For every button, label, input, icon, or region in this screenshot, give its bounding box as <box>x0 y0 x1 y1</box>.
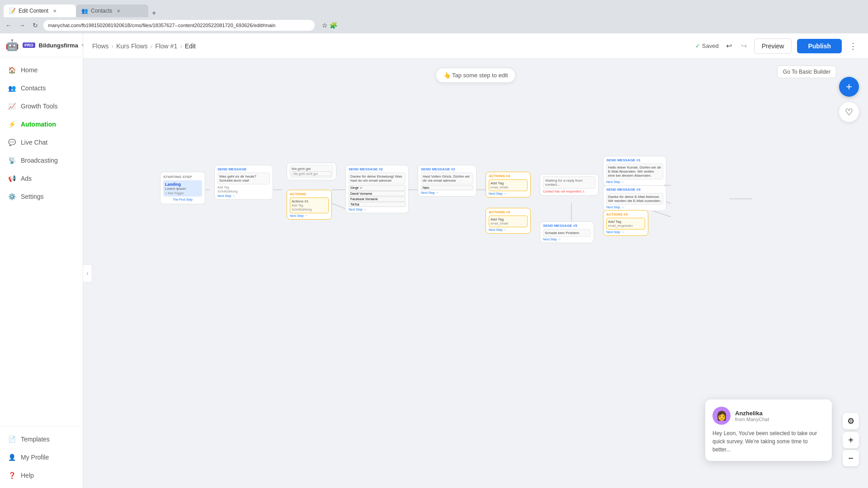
node-actions-2[interactable]: Actions #2 Add Tag email_inhale Next Ste… <box>486 172 531 197</box>
breadcrumb-kurs-flows[interactable]: Kurs Flows <box>116 42 147 50</box>
zoom-out-button[interactable]: − <box>843 450 859 466</box>
sidebar-item-home[interactable]: 🏠 Home <box>0 61 83 79</box>
sidebar-toggle[interactable]: › <box>83 264 92 282</box>
extensions-icon[interactable]: 🧩 <box>330 22 337 29</box>
contacts-icon: 👥 <box>7 84 16 93</box>
tab-close-btn2[interactable]: ✕ <box>117 9 120 14</box>
tab-label: Edit Content <box>19 8 48 14</box>
node-send-message-2[interactable]: Send Message #2 Danke für deine Einladun… <box>345 165 409 213</box>
node-a2-body: Add Tag email_inhale <box>489 179 528 191</box>
add-step-fab[interactable]: + <box>839 77 859 97</box>
node-sm5-header: Send Message #4 <box>606 188 663 192</box>
sidebar-item-templates[interactable]: 📄 Templates <box>0 430 83 448</box>
forward-button[interactable]: → <box>17 21 27 30</box>
node-a4-header: Actions #4 <box>606 212 645 216</box>
sidebar-item-automation[interactable]: ⚡ Automation <box>0 115 83 133</box>
pro-badge: PRO <box>23 42 35 48</box>
tab-contacts[interactable]: 👥 Contacts ✕ <box>76 5 148 17</box>
sidebar-item-broadcasting[interactable]: 📡 Broadcasting <box>0 151 83 169</box>
publish-button[interactable]: Publish <box>797 39 842 53</box>
refresh-button[interactable]: ↻ <box>31 21 40 30</box>
node-a4-footer: Next Step → <box>606 230 645 234</box>
node-a2-footer: Next Step → <box>489 192 528 195</box>
node-send-message-4[interactable]: Send Message #1 Hallo lieber Kunde, Dürf… <box>603 156 666 186</box>
saved-label: Saved <box>702 42 719 49</box>
node-reply-options[interactable]: Ma geht gat Ma geht nicht gut <box>287 163 336 180</box>
node-sm2-footer: Next Step → <box>349 208 406 211</box>
node-add-trigger[interactable]: + Add Trigger <box>165 192 200 195</box>
tap-hint-text: 👆 Tap some step to edit <box>443 72 508 79</box>
node-sm2-body: Danke für deine Einladung! Was hast du e… <box>349 173 406 184</box>
automation-icon: ⚡ <box>7 120 16 129</box>
go-basic-builder-button[interactable]: Go To Basic Builder <box>777 66 836 78</box>
app-container: 🤖 PRO Bildungsfirma ▾ 🏠 Home 👥 Contacts … <box>0 33 868 488</box>
new-tab-button[interactable]: + <box>148 9 160 17</box>
node-actions-1[interactable]: Actions Actions #1 Add TagSchrittzählung… <box>287 190 332 220</box>
node-sm2-header: Send Message #2 <box>349 167 406 171</box>
breadcrumb: Flows › Kurs Flows › Flow #1 › Edit <box>92 42 196 50</box>
node-send-message-3[interactable]: Send Message #2 Hast Vollen Glück, Dürfe… <box>418 165 476 197</box>
node-actions-3[interactable]: Actions #3 Add Tag email_inhale Next Ste… <box>486 208 531 234</box>
sidebar-item-home-label: Home <box>21 66 38 74</box>
node-waiting-footer: Contact has not responded ⚠ <box>543 190 595 193</box>
tab-label2: Contacts <box>91 8 112 14</box>
sidebar-item-live-chat[interactable]: 💬 Live Chat <box>0 133 83 151</box>
tab-close-btn[interactable]: ✕ <box>53 9 57 14</box>
breadcrumb-flow1[interactable]: Flow #1 <box>155 42 177 50</box>
sidebar-nav: 🏠 Home 👥 Contacts 📈 Growth Tools ⚡ Autom… <box>0 57 83 426</box>
breadcrumb-flows[interactable]: Flows <box>92 42 109 50</box>
undo-button[interactable]: ↩ <box>724 40 734 52</box>
node-sm1-tags: Add Tag Schrittzählung <box>217 185 270 193</box>
sidebar: 🤖 PRO Bildungsfirma ▾ 🏠 Home 👥 Contacts … <box>0 33 83 488</box>
tab-icon: 📝 <box>9 8 16 14</box>
node-landing-title: Landing <box>165 182 200 187</box>
chat-notification[interactable]: 👩 Anzhelika from ManyChat Hey Leon, You'… <box>705 399 832 461</box>
node-sm3-body: Hast Vollen Glück, Dürfen wir dir via em… <box>421 173 473 184</box>
node-send-message-5[interactable]: Send Message #4 Danke für deine E-Mail A… <box>603 185 666 211</box>
node-sm1-footer: Next Step → <box>217 194 270 197</box>
breadcrumb-sep2: › <box>150 42 152 50</box>
sidebar-item-settings[interactable]: ⚙️ Settings <box>0 188 83 206</box>
bookmark-star[interactable]: ☆ <box>322 22 328 29</box>
node-actions-4[interactable]: Actions #4 Add Tag email_eingeladen Next… <box>603 210 648 236</box>
node-waiting[interactable]: Waiting for a reply from contact... Cont… <box>540 174 599 196</box>
node-sm6-header: Send Message #5 <box>543 224 591 228</box>
node-starting-step[interactable]: Starting Step Landing Lorem ipsum + Add … <box>160 172 205 204</box>
canvas-settings-button[interactable]: ⚙ <box>843 413 859 429</box>
chat-sender-name: Anzhelika <box>735 410 769 417</box>
more-options-button[interactable]: ⋮ <box>847 39 859 53</box>
node-a1-body: Actions #1 Add TagSchrittzählung <box>290 197 329 213</box>
node-starting-header: Starting Step <box>163 175 202 179</box>
preview-button[interactable]: Preview <box>754 38 792 54</box>
sidebar-item-growth-tools-label: Growth Tools <box>21 103 57 110</box>
tab-edit-content[interactable]: 📝 Edit Content ✕ <box>4 5 76 17</box>
sidebar-item-ads-label: Ads <box>21 175 32 182</box>
breadcrumb-edit: Edit <box>185 42 196 50</box>
flow-canvas-area[interactable]: 👆 Tap some step to edit Go To Basic Buil… <box>83 59 868 488</box>
node-send-message-1[interactable]: Send Message Was geht es dir heute? Schr… <box>214 165 273 200</box>
node-sm6-footer: Next Step → <box>543 238 591 241</box>
favorites-button[interactable]: ♡ <box>839 102 859 122</box>
sidebar-item-ads[interactable]: 📢 Ads <box>0 169 83 188</box>
ads-icon: 📢 <box>7 174 16 183</box>
sidebar-item-contacts[interactable]: 👥 Contacts <box>0 79 83 97</box>
chat-sender-source: from ManyChat <box>735 417 769 422</box>
node-sm5-body: Danke für deine E-Mail Adresse. Wir werd… <box>606 193 663 205</box>
templates-icon: 📄 <box>7 435 16 444</box>
node-send-message-6[interactable]: Send Message #5 Schade kein Problem Next… <box>540 221 594 243</box>
sidebar-item-contacts-label: Contacts <box>21 84 46 92</box>
sidebar-item-my-profile[interactable]: 👤 My Profile <box>0 448 83 466</box>
sidebar-header[interactable]: 🤖 PRO Bildungsfirma ▾ <box>0 33 83 57</box>
address-bar[interactable] <box>43 20 315 31</box>
sidebar-item-help[interactable]: ❓ Help <box>0 466 83 484</box>
back-button[interactable]: ← <box>4 21 14 30</box>
zoom-in-button[interactable]: + <box>843 432 859 448</box>
node-a3-body: Add Tag email_inhale <box>489 216 528 227</box>
node-sm2-buttons: Gingir ✓ Damit Vorname Facebook Vorname … <box>349 185 406 207</box>
node-a1-footer: Next Step → <box>290 214 329 217</box>
redo-button[interactable]: ↪ <box>739 40 749 52</box>
node-sm4-body: Hallo lieber Kunde, Dürfen wir dir E-Mai… <box>606 164 663 179</box>
node-a3-header: Actions #3 <box>489 210 528 214</box>
sidebar-item-growth-tools[interactable]: 📈 Growth Tools <box>0 97 83 115</box>
node-sm6-body: Schade kein Problem <box>543 229 591 237</box>
